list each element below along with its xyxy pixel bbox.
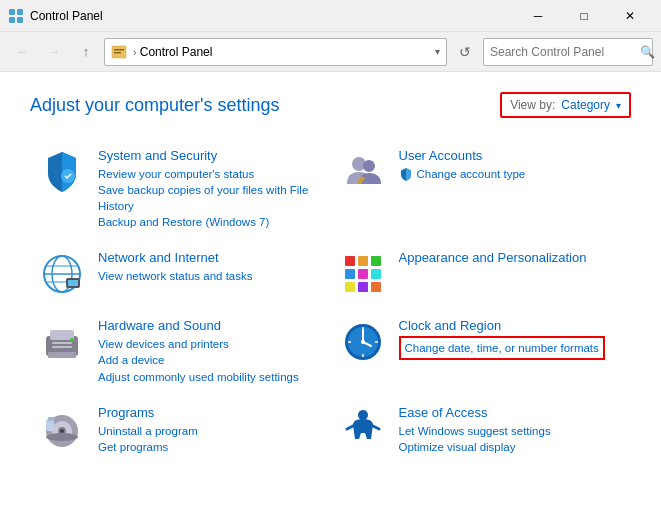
page-header: Adjust your computer's settings View by:… [30,92,631,118]
system-security-title[interactable]: System and Security [98,148,323,163]
svg-rect-0 [9,9,15,15]
network-internet-title[interactable]: Network and Internet [98,250,323,265]
category-appearance: Appearance and Personalization [331,240,632,308]
address-dropdown-arrow[interactable]: ▾ [435,46,440,57]
programs-link-2[interactable]: Get programs [98,439,323,455]
clock-region-title[interactable]: Clock and Region [399,318,624,333]
ease-of-access-text: Ease of Access Let Windows suggest setti… [399,405,624,455]
svg-rect-17 [345,256,355,266]
network-internet-text: Network and Internet View network status… [98,250,323,284]
svg-point-45 [46,433,78,441]
svg-point-30 [70,338,74,342]
up-button[interactable]: ↑ [72,38,100,66]
hardware-sound-link-1[interactable]: View devices and printers [98,336,323,352]
category-programs: Programs Uninstall a program Get program… [30,395,331,465]
refresh-button[interactable]: ↺ [451,38,479,66]
network-internet-link-1[interactable]: View network status and tasks [98,268,323,284]
programs-link-1[interactable]: Uninstall a program [98,423,323,439]
ease-of-access-link-2[interactable]: Optimize visual display [399,439,624,455]
view-by-label: View by: [510,98,555,112]
svg-rect-16 [68,280,78,286]
system-security-link-3[interactable]: Backup and Restore (Windows 7) [98,214,323,230]
system-security-link-1[interactable]: Review your computer's status [98,166,323,182]
category-system-security: System and Security Review your computer… [30,138,331,240]
nav-bar: ← → ↑ › Control Panel ▾ ↺ 🔍 [0,32,661,72]
svg-rect-3 [17,17,23,23]
svg-point-9 [363,160,375,172]
view-by-arrow[interactable]: ▾ [616,100,621,111]
system-security-text: System and Security Review your computer… [98,148,323,230]
svg-rect-2 [9,17,15,23]
user-accounts-icon [339,148,387,196]
svg-rect-18 [358,256,368,266]
hardware-sound-link-3[interactable]: Adjust commonly used mobility settings [98,369,323,385]
categories-grid: System and Security Review your computer… [30,138,631,465]
address-icon [111,44,127,60]
window-title: Control Panel [30,9,515,23]
category-network-internet: Network and Internet View network status… [30,240,331,308]
svg-rect-29 [52,346,72,348]
clock-region-link-1[interactable]: Change date, time, or number formats [399,336,605,360]
page-title: Adjust your computer's settings [30,95,280,116]
user-accounts-text: User Accounts Change account type [399,148,624,182]
minimize-button[interactable]: ─ [515,0,561,32]
forward-button[interactable]: → [40,38,68,66]
svg-rect-1 [17,9,23,15]
svg-point-48 [358,410,368,420]
title-bar: Control Panel ─ □ ✕ [0,0,661,32]
system-security-link-2[interactable]: Save backup copies of your files with Fi… [98,182,323,214]
user-accounts-link-1[interactable]: Change account type [399,166,624,182]
system-security-icon [38,148,86,196]
svg-rect-19 [371,256,381,266]
svg-rect-23 [345,282,355,292]
network-internet-icon [38,250,86,298]
view-by-control[interactable]: View by: Category ▾ [500,92,631,118]
category-hardware-sound: Hardware and Sound View devices and prin… [30,308,331,394]
category-clock-region: Clock and Region Change date, time, or n… [331,308,632,394]
svg-rect-22 [371,269,381,279]
hardware-sound-link-2[interactable]: Add a device [98,352,323,368]
search-icon[interactable]: 🔍 [640,45,655,59]
appearance-title[interactable]: Appearance and Personalization [399,250,624,265]
address-breadcrumb: › Control Panel [133,45,429,59]
svg-rect-27 [50,330,74,340]
programs-title[interactable]: Programs [98,405,323,420]
programs-icon [38,405,86,453]
ease-of-access-icon [339,405,387,453]
ease-of-access-title[interactable]: Ease of Access [399,405,624,420]
search-input[interactable] [490,45,640,59]
view-by-value[interactable]: Category [561,98,610,112]
back-button[interactable]: ← [8,38,36,66]
category-ease-of-access: Ease of Access Let Windows suggest setti… [331,395,632,465]
svg-point-44 [60,429,64,433]
svg-rect-24 [358,282,368,292]
category-user-accounts: User Accounts Change account type [331,138,632,240]
maximize-button[interactable]: □ [561,0,607,32]
hardware-sound-title[interactable]: Hardware and Sound [98,318,323,333]
hardware-sound-icon [38,318,86,366]
svg-rect-28 [52,342,72,344]
hardware-sound-text: Hardware and Sound View devices and prin… [98,318,323,384]
svg-rect-47 [48,417,54,421]
svg-rect-20 [345,269,355,279]
window-controls: ─ □ ✕ [515,0,653,32]
svg-rect-5 [114,49,124,51]
clock-region-icon [339,318,387,366]
close-button[interactable]: ✕ [607,0,653,32]
svg-rect-25 [371,282,381,292]
svg-rect-31 [48,352,76,358]
svg-rect-6 [114,52,121,54]
clock-region-text: Clock and Region Change date, time, or n… [399,318,624,360]
appearance-icon [339,250,387,298]
appearance-text: Appearance and Personalization [399,250,624,268]
search-bar[interactable]: 🔍 [483,38,653,66]
address-bar[interactable]: › Control Panel ▾ [104,38,447,66]
programs-text: Programs Uninstall a program Get program… [98,405,323,455]
main-content: Adjust your computer's settings View by:… [0,72,661,531]
svg-rect-21 [358,269,368,279]
app-icon [8,8,24,24]
user-accounts-title[interactable]: User Accounts [399,148,624,163]
ease-of-access-link-1[interactable]: Let Windows suggest settings [399,423,624,439]
